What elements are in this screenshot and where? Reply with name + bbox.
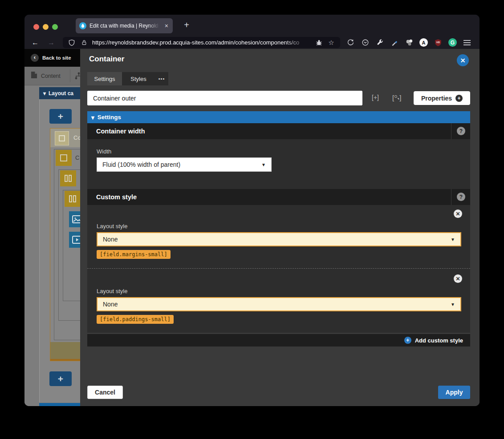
browser-tab[interactable]: Edit cta with media | Reynolds Br × — [76, 18, 173, 33]
layout-canvas-label: Layout ca — [49, 90, 73, 97]
container-settings-modal: Container ✕ Settings Styles ••• [+] [] P… — [80, 49, 480, 406]
width-select[interactable]: Fluid (100% width of parent) ▼ — [97, 157, 272, 172]
grammarly-icon[interactable]: G — [448, 38, 457, 47]
width-select-value: Fluid (100% width of parent) — [102, 161, 180, 168]
back-to-site-label: Back to site — [42, 55, 71, 60]
select-caret-icon: ▼ — [261, 162, 266, 167]
ublock-origin-icon[interactable]: UO — [434, 38, 443, 47]
close-window-button[interactable] — [33, 24, 39, 30]
layout-canvas: + Co C — [39, 99, 80, 403]
layout-style-value: None — [103, 236, 118, 243]
back-to-site-button[interactable]: ‹ Back to site — [24, 49, 80, 67]
custom-style-title: Custom style — [96, 193, 137, 201]
properties-button[interactable]: Properties + — [414, 91, 470, 105]
back-button[interactable]: ← — [32, 39, 39, 46]
tab-title: Edit cta with media | Reynolds Br — [89, 23, 161, 29]
wrench-icon[interactable] — [375, 38, 384, 47]
drupal-favicon-icon — [79, 22, 86, 29]
bug-icon[interactable] — [314, 38, 323, 47]
page-behind-overlay: ‹ Back to site Content ▾ Lay — [24, 49, 80, 406]
reload-icon[interactable] — [346, 38, 355, 47]
structure-icon[interactable] — [74, 72, 80, 82]
screen: Edit cta with media | Reynolds Br × + ← … — [0, 0, 504, 439]
pocket-icon[interactable] — [361, 38, 370, 47]
content-doc-icon — [31, 71, 37, 81]
field-token-badge: [field.margins-small] — [97, 250, 171, 259]
container-width-title: Container width — [96, 128, 145, 135]
shield-icon[interactable] — [67, 38, 76, 47]
browser-toolbar: ← → https://reynoldsbrandsdev.prod.acqui… — [24, 36, 480, 49]
custom-style-body — [87, 205, 470, 333]
selected-container-outline[interactable]: Co C — [50, 128, 80, 361]
maximize-window-button[interactable] — [52, 24, 58, 30]
container-outer-icon — [55, 131, 69, 145]
add-plus-icon: + — [404, 337, 411, 344]
header-divider — [451, 189, 451, 205]
container-drop-zone[interactable] — [50, 342, 80, 361]
collapse-caret-icon: ▾ — [43, 90, 46, 97]
layout-style-value: None — [103, 301, 118, 308]
field-token-badge: [field.paddings-small] — [97, 315, 174, 324]
apply-button[interactable]: Apply — [438, 386, 470, 399]
back-chevron-icon: ‹ — [31, 54, 39, 62]
help-icon[interactable]: ? — [457, 193, 465, 201]
cancel-button[interactable]: Cancel — [87, 386, 123, 399]
select-caret-icon: ▼ — [451, 302, 455, 307]
add-element-button[interactable]: + — [49, 109, 72, 124]
lock-icon[interactable] — [80, 38, 89, 47]
layout-canvas-page: ▾ Layout ca + Co C — [24, 85, 80, 406]
add-custom-style-label: Add custom style — [415, 337, 463, 344]
settings-accordion-label: Settings — [98, 114, 121, 121]
modal-close-button[interactable]: ✕ — [457, 54, 469, 66]
minimize-window-button[interactable] — [43, 24, 49, 30]
tab-close-icon[interactable]: × — [164, 23, 169, 29]
page-content: ‹ Back to site Content ▾ Lay — [24, 49, 480, 406]
container-icon[interactable] — [56, 150, 72, 166]
header-divider — [451, 123, 451, 139]
content-menu-item[interactable]: Content — [41, 73, 61, 79]
properties-label: Properties — [421, 95, 452, 102]
menu-icon[interactable] — [463, 38, 471, 47]
eyedropper-icon[interactable] — [390, 38, 399, 47]
column-icon[interactable] — [60, 170, 76, 186]
layout-style-select[interactable]: None ▼ — [97, 297, 461, 311]
layout-canvas-header[interactable]: ▾ Layout ca — [39, 87, 80, 99]
new-tab-button[interactable]: + — [180, 20, 193, 30]
admin-toolbar: Content — [24, 67, 80, 85]
browser-titlebar: Edit cta with media | Reynolds Br × + — [24, 15, 480, 36]
layout-style-select[interactable]: None ▼ — [97, 232, 461, 246]
add-custom-style-button[interactable]: + Add custom style — [87, 334, 470, 346]
toolbar-divider — [70, 69, 70, 82]
custom-style-header: Custom style ? — [87, 189, 470, 205]
column-icon[interactable] — [65, 191, 80, 207]
video-element-icon[interactable] — [69, 232, 80, 248]
remove-style-icon[interactable]: ✕ — [454, 209, 462, 218]
container-label: C — [75, 154, 79, 161]
tab-styles[interactable]: Styles — [122, 72, 155, 85]
container-outer-label: Co — [73, 134, 80, 141]
url-bar[interactable]: https://reynoldsbrandsdev.prod.acquia-si… — [63, 37, 340, 48]
traffic-lights — [33, 24, 58, 30]
remove-style-icon[interactable]: ✕ — [454, 274, 462, 283]
forward-button[interactable]: → — [48, 39, 55, 46]
image-element-icon[interactable] — [69, 211, 80, 227]
extension-a-icon[interactable]: A — [419, 38, 428, 47]
settings-accordion-header[interactable]: ▾ Settings — [87, 111, 470, 123]
tab-more-icon[interactable]: ••• — [155, 72, 168, 85]
container-width-header: Container width ? — [87, 123, 470, 139]
layout-style-label: Layout style — [97, 223, 127, 230]
url-text: https://reynoldsbrandsdev.prod.acquia-si… — [92, 39, 311, 46]
select-caret-icon: ▼ — [451, 237, 455, 242]
properties-plus-icon: + — [455, 95, 463, 102]
canvas-footer-strip — [39, 403, 80, 406]
extension-molecule-icon[interactable] — [405, 38, 414, 47]
bracket-search-icon[interactable]: [] — [392, 94, 401, 101]
tab-settings[interactable]: Settings — [87, 72, 122, 85]
help-icon[interactable]: ? — [457, 127, 465, 135]
width-label: Width — [97, 148, 111, 155]
element-name-input[interactable] — [87, 91, 362, 105]
modal-title: Container — [89, 55, 124, 64]
bookmark-star-icon[interactable]: ☆ — [327, 38, 336, 47]
bracket-plus-icon[interactable]: [+] — [372, 94, 379, 101]
add-element-button[interactable]: + — [49, 371, 72, 386]
